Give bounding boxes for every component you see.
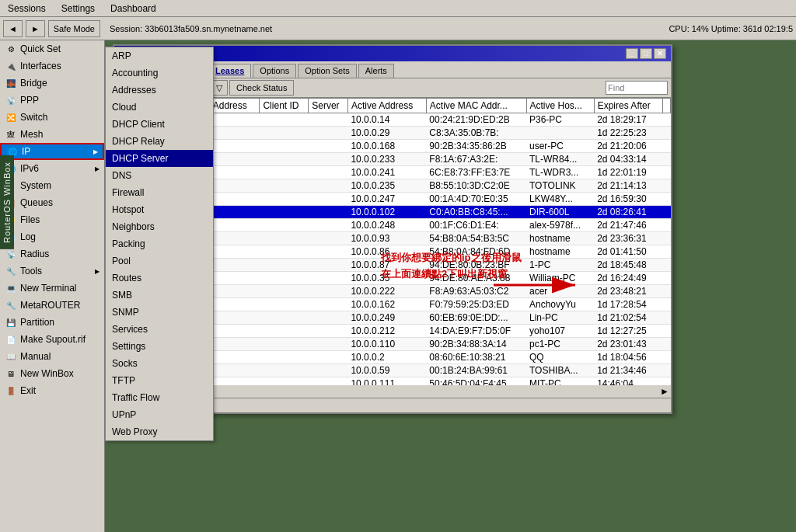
context-item-tftp[interactable]: TFTP xyxy=(106,372,213,389)
sidebar-item-mesh[interactable]: 🕸 Mesh xyxy=(0,126,104,143)
context-item-upnp[interactable]: UPnP xyxy=(106,406,213,423)
sidebar-item-exit[interactable]: 🚪 Exit xyxy=(0,382,104,399)
table-cell xyxy=(309,206,348,219)
table-cell: user-PC xyxy=(526,140,594,153)
table-cell: alex-5978f... xyxy=(526,219,594,232)
table-cell: 14:DA:E9:F7:D5:0F xyxy=(426,325,526,338)
context-item-dhcp-relay[interactable]: DHCP Relay xyxy=(106,133,213,150)
table-cell xyxy=(662,232,670,245)
table-cell xyxy=(260,272,309,285)
table-cell xyxy=(309,166,348,179)
tab-options[interactable]: Options xyxy=(253,64,296,78)
sidebar-item-manual[interactable]: 📖 Manual xyxy=(0,348,104,365)
table-cell: 2d 18:29:17 xyxy=(594,113,662,127)
main-toolbar: ◄ ► Safe Mode Session: 33b6013fa509.sn.m… xyxy=(0,17,796,40)
table-cell: F0:79:59:25:D3:ED xyxy=(426,298,526,311)
sidebar-item-metarouter[interactable]: 🔧 MetaROUTER xyxy=(0,297,104,314)
col-active-mac: Active MAC Addr... xyxy=(426,99,526,113)
sidebar-label-bridge: Bridge xyxy=(20,78,47,89)
table-cell: 2d 23:48:21 xyxy=(594,285,662,298)
sidebar-item-supout[interactable]: 📄 Make Supout.rif xyxy=(0,331,104,348)
close-button[interactable]: ✕ xyxy=(654,48,666,59)
minimize-button[interactable]: _ xyxy=(626,48,638,59)
table-cell xyxy=(260,285,309,298)
forward-button[interactable]: ► xyxy=(26,20,45,37)
table-cell: TOTOLINK xyxy=(526,179,594,193)
sidebar-item-queues[interactable]: 📋 Queues xyxy=(0,194,104,211)
context-item-dhcp-server[interactable]: DHCP Server xyxy=(106,150,213,167)
sidebar-item-log[interactable]: 📄 Log xyxy=(0,228,104,245)
sidebar-item-newwinbox[interactable]: 🖥 New WinBox xyxy=(0,365,104,382)
context-item-settings[interactable]: Settings xyxy=(106,338,213,355)
sidebar-item-interfaces[interactable]: 🔌 Interfaces xyxy=(0,57,104,75)
table-cell: 90:2B:34:35:86:2B xyxy=(426,140,526,153)
context-item-cloud[interactable]: Cloud xyxy=(106,99,213,116)
table-cell xyxy=(309,298,348,311)
table-cell xyxy=(662,179,670,193)
table-cell: 08:60:6E:10:38:21 xyxy=(426,351,526,364)
back-button[interactable]: ◄ xyxy=(3,20,23,37)
metarouter-icon: 🔧 xyxy=(5,299,17,311)
table-cell xyxy=(309,364,348,377)
sidebar-item-bridge[interactable]: 🌉 Bridge xyxy=(0,75,104,92)
table-cell: F8:1A:67:A3:2E: xyxy=(426,153,526,166)
context-item-smb[interactable]: SMB xyxy=(106,287,213,304)
context-item-routes[interactable]: Routes xyxy=(106,269,213,287)
find-input[interactable] xyxy=(606,81,668,95)
menu-dashboard[interactable]: Dashboard xyxy=(106,2,161,16)
check-status-button[interactable]: Check Status xyxy=(229,80,294,96)
menu-sessions[interactable]: Sessions xyxy=(3,2,51,16)
context-item-hotspot[interactable]: Hotspot xyxy=(106,201,213,218)
sidebar-item-tools[interactable]: 🔧 Tools xyxy=(0,263,104,280)
tab-option-sets[interactable]: Option Sets xyxy=(298,64,356,78)
table-cell: 10.0.0.14 xyxy=(347,113,426,127)
sidebar-item-radius[interactable]: 📡 Radius xyxy=(0,245,104,263)
context-menu: ARP Accounting Addresses Cloud DHCP Clie… xyxy=(105,47,214,441)
context-item-dns[interactable]: DNS xyxy=(106,167,213,184)
sidebar-item-switch[interactable]: 🔀 Switch xyxy=(0,109,104,126)
col-active-address: Active Address xyxy=(347,99,426,113)
context-item-services[interactable]: Services xyxy=(106,321,213,338)
table-cell xyxy=(662,127,670,140)
context-item-traffic-flow[interactable]: Traffic Flow xyxy=(106,389,213,406)
table-cell: QQ xyxy=(526,351,594,364)
sidebar-item-quickset[interactable]: ⚙ Quick Set xyxy=(0,40,104,57)
ppp-icon: 📡 xyxy=(5,94,17,106)
sidebar-item-newterminal[interactable]: 💻 New Terminal xyxy=(0,280,104,297)
table-cell xyxy=(260,298,309,311)
maximize-button[interactable]: □ xyxy=(640,48,652,59)
tab-alerts[interactable]: Alerts xyxy=(358,64,394,78)
sidebar-item-ipv6[interactable]: 🌐 IPv6 xyxy=(0,160,104,177)
table-cell: 10.0.0.233 xyxy=(347,153,426,166)
context-item-neighbors[interactable]: Neighbors xyxy=(106,218,213,235)
context-item-packing[interactable]: Packing xyxy=(106,235,213,252)
table-cell xyxy=(662,311,670,325)
context-item-socks[interactable]: Socks xyxy=(106,355,213,372)
tab-leases[interactable]: Leases xyxy=(208,64,251,78)
table-cell: 2d 21:14:13 xyxy=(594,179,662,193)
sidebar-item-ppp[interactable]: 📡 PPP xyxy=(0,92,104,109)
context-item-pool[interactable]: Pool xyxy=(106,252,213,269)
menu-settings[interactable]: Settings xyxy=(57,2,100,16)
table-cell xyxy=(309,232,348,245)
context-item-firewall[interactable]: Firewall xyxy=(106,184,213,201)
sidebar-item-system[interactable]: ⚙ System xyxy=(0,177,104,194)
context-item-accounting[interactable]: Accounting xyxy=(106,64,213,82)
sidebar-item-partition[interactable]: 💾 Partition xyxy=(0,314,104,331)
table-cell xyxy=(662,338,670,351)
context-item-arp[interactable]: ARP xyxy=(106,47,213,64)
table-cell: 00:24:21:9D:ED:2B xyxy=(426,113,526,127)
sidebar-item-ip[interactable]: 🌐 IP xyxy=(0,143,104,160)
table-cell xyxy=(662,193,670,206)
sidebar-item-files[interactable]: 📁 Files xyxy=(0,211,104,228)
context-item-snmp[interactable]: SNMP xyxy=(106,304,213,321)
context-item-web-proxy[interactable]: Web Proxy xyxy=(106,423,213,440)
switch-icon: 🔀 xyxy=(5,111,17,123)
table-cell xyxy=(662,259,670,272)
context-item-dhcp-client[interactable]: DHCP Client xyxy=(106,116,213,133)
col-client-id: Client ID xyxy=(260,99,309,113)
context-item-addresses[interactable]: Addresses xyxy=(106,82,213,99)
table-cell xyxy=(662,351,670,364)
table-cell: 1d 18:04:56 xyxy=(594,351,662,364)
safe-mode-button[interactable]: Safe Mode xyxy=(48,20,100,37)
